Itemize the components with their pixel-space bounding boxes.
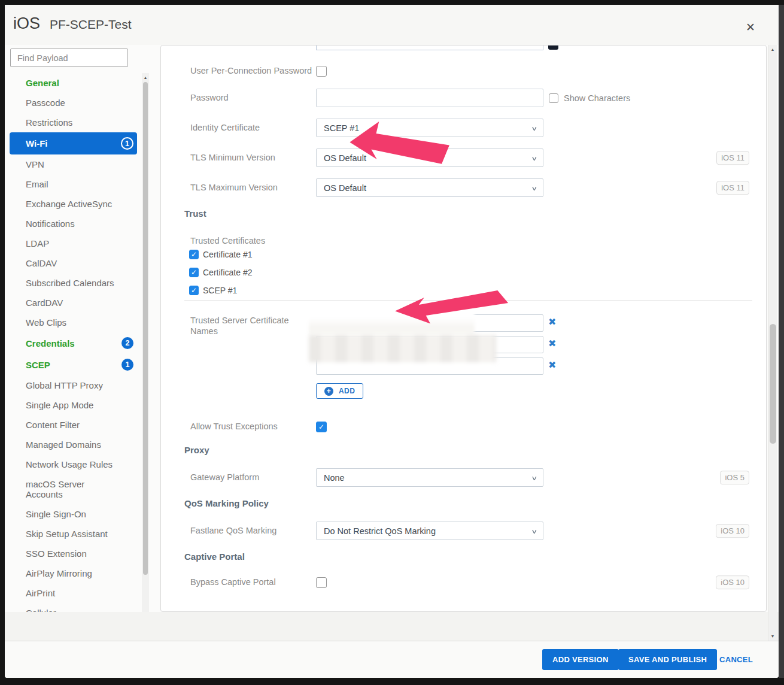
sidebar-item-label: Skip Setup Assistant xyxy=(26,529,108,539)
trust-section-heading: Trust xyxy=(184,208,206,219)
find-payload-input[interactable] xyxy=(10,49,128,67)
sidebar-item-global-http-proxy[interactable]: Global HTTP Proxy xyxy=(10,375,137,395)
gateway-platform-row: Gateway Platform None v iOS 5 xyxy=(161,468,766,487)
add-version-button[interactable]: ADD VERSION xyxy=(542,649,619,670)
os-version-badge: iOS 11 xyxy=(716,181,749,195)
trusted-certificate-checkbox[interactable]: ✓ xyxy=(189,250,199,259)
chevron-down-icon: v xyxy=(532,125,536,132)
selected-value: None xyxy=(324,473,345,483)
save-and-publish-button[interactable]: SAVE AND PUBLISH xyxy=(618,649,717,670)
sidebar-item-content-filter[interactable]: Content Filter xyxy=(10,415,137,435)
allow-trust-exceptions-checkbox[interactable]: ✓ xyxy=(316,422,327,432)
sidebar-item-airprint[interactable]: AirPrint xyxy=(10,583,137,603)
field-label: TLS Minimum Version xyxy=(190,148,313,167)
sidebar-item-network-usage-rules[interactable]: Network Usage Rules xyxy=(10,454,137,474)
trusted-server-certificate-names-label: Trusted Server Certificate Names xyxy=(190,315,297,337)
scroll-up-icon[interactable]: ▲ xyxy=(768,47,777,51)
trusted-certificate-option: ✓SCEP #1 xyxy=(189,285,237,296)
form-scrollbar-thumb[interactable] xyxy=(770,324,776,444)
chevron-down-icon: v xyxy=(532,154,536,162)
sidebar-item-exchange-activesync[interactable]: Exchange ActiveSync xyxy=(10,194,137,214)
field-label: Fastlane QoS Marking xyxy=(190,522,313,540)
sidebar-item-label: Global HTTP Proxy xyxy=(26,380,103,390)
section-divider xyxy=(184,300,752,301)
field-label: Identity Certificate xyxy=(190,119,313,137)
delete-icon[interactable]: ✖ xyxy=(548,360,556,370)
cutoff-input[interactable] xyxy=(316,46,543,50)
sidebar-item-skip-setup-assistant[interactable]: Skip Setup Assistant xyxy=(10,524,137,544)
sidebar-item-label: Web Clips xyxy=(26,317,66,328)
field-label: User Per-Connection Password xyxy=(190,62,313,80)
dimmed-backdrop xyxy=(779,5,784,678)
selected-value: OS Default xyxy=(324,183,366,193)
sidebar-item-passcode[interactable]: Passcode xyxy=(10,93,137,113)
close-button[interactable]: ✕ xyxy=(742,19,759,36)
field-label: Gateway Platform xyxy=(190,468,313,487)
sidebar-item-caldav[interactable]: CalDAV xyxy=(10,253,137,273)
sidebar-item-email[interactable]: Email xyxy=(10,174,137,194)
sidebar-item-general[interactable]: General xyxy=(10,73,137,93)
trusted-certificate-checkbox[interactable]: ✓ xyxy=(189,268,199,277)
chevron-down-icon: v xyxy=(532,474,536,481)
sidebar-item-label: SCEP xyxy=(26,360,50,370)
trusted-certificate-checkbox[interactable]: ✓ xyxy=(189,286,199,295)
sidebar-item-ldap[interactable]: LDAP xyxy=(10,234,137,253)
delete-icon[interactable]: ✖ xyxy=(548,339,556,348)
field-label: Password xyxy=(190,89,313,107)
cancel-button[interactable]: CANCEL xyxy=(719,649,753,670)
scroll-down-icon[interactable]: ▼ xyxy=(768,634,777,638)
gateway-platform-select[interactable]: None v xyxy=(316,468,543,487)
selected-value: SCEP #1 xyxy=(324,123,359,133)
check-icon: ✓ xyxy=(191,269,197,276)
add-certificate-name-button[interactable]: + ADD xyxy=(316,383,363,399)
sidebar-item-sso-extension[interactable]: SSO Extension xyxy=(10,544,137,563)
sidebar-item-web-clips[interactable]: Web Clips xyxy=(10,313,137,332)
payload-count-badge: 1 xyxy=(121,137,133,150)
payload-sidebar: GeneralPasscodeRestrictionsWi-Fi1VPNEmai… xyxy=(5,73,142,642)
sidebar-item-label: Wi-Fi xyxy=(26,138,48,148)
bypass-captive-portal-checkbox[interactable]: ✓ xyxy=(316,577,327,588)
sidebar-item-label: Content Filter xyxy=(26,420,80,430)
profile-name: PF-SCEP-Test xyxy=(50,17,132,32)
fastlane-qos-marking-row: Fastlane QoS Marking Do Not Restrict QoS… xyxy=(161,522,766,540)
sidebar-item-airplay-mirroring[interactable]: AirPlay Mirroring xyxy=(10,563,137,583)
sidebar-item-credentials[interactable]: Credentials2 xyxy=(10,332,137,354)
wifi-payload-form: User Per-Connection Password ✓ Password … xyxy=(160,45,767,612)
password-input[interactable] xyxy=(316,89,543,107)
field-label: Allow Trust Exceptions xyxy=(190,417,313,436)
dialog-title: iOS PF-SCEP-Test xyxy=(13,14,132,33)
sidebar-item-label: Exchange ActiveSync xyxy=(26,199,112,209)
payload-count-badge: 1 xyxy=(121,359,133,371)
fastlane-qos-marking-select[interactable]: Do Not Restrict QoS Marking v xyxy=(316,522,543,540)
sidebar-item-label: Single App Mode xyxy=(26,400,93,410)
sidebar-item-scep[interactable]: SCEP1 xyxy=(10,354,137,375)
sidebar-item-single-app-mode[interactable]: Single App Mode xyxy=(10,395,137,415)
field-label: Bypass Captive Portal xyxy=(190,573,313,592)
scroll-up-icon[interactable]: ▲ xyxy=(142,75,149,80)
sidebar-scrollbar[interactable]: ▲ ▼ xyxy=(142,73,149,641)
user-per-connection-password-checkbox[interactable]: ✓ xyxy=(316,66,327,77)
proxy-section-heading: Proxy xyxy=(184,445,209,455)
identity-certificate-select[interactable]: SCEP #1 v xyxy=(316,119,543,137)
sidebar-item-managed-domains[interactable]: Managed Domains xyxy=(10,435,137,454)
sidebar-scrollbar-thumb[interactable] xyxy=(143,82,148,575)
platform-label: iOS xyxy=(13,14,40,33)
sidebar-item-subscribed-calendars[interactable]: Subscribed Calendars xyxy=(10,273,137,293)
tls-minimum-version-select[interactable]: OS Default v xyxy=(316,148,543,167)
dialog-header: iOS PF-SCEP-Test ✕ xyxy=(5,5,779,45)
sidebar-item-wi-fi[interactable]: Wi-Fi1 xyxy=(10,132,137,154)
card-footer-gap xyxy=(5,612,779,641)
tls-maximum-version-select[interactable]: OS Default v xyxy=(316,178,543,197)
cutoff-checkbox[interactable] xyxy=(548,46,558,50)
show-characters-checkbox[interactable]: ✓ xyxy=(549,93,558,103)
sidebar-item-carddav[interactable]: CardDAV xyxy=(10,293,137,313)
form-scrollbar[interactable]: ▲ ▼ xyxy=(768,45,777,641)
sidebar-item-notifications[interactable]: Notifications xyxy=(10,214,137,234)
qos-section-heading: QoS Marking Policy xyxy=(184,498,269,508)
delete-icon[interactable]: ✖ xyxy=(548,317,556,327)
trusted-certificate-label: Certificate #1 xyxy=(203,250,252,259)
sidebar-item-vpn[interactable]: VPN xyxy=(10,154,137,174)
sidebar-item-macos-server-accounts[interactable]: macOS Server Accounts xyxy=(10,474,137,504)
sidebar-item-restrictions[interactable]: Restrictions xyxy=(10,113,137,132)
sidebar-item-single-sign-on[interactable]: Single Sign-On xyxy=(10,504,137,524)
